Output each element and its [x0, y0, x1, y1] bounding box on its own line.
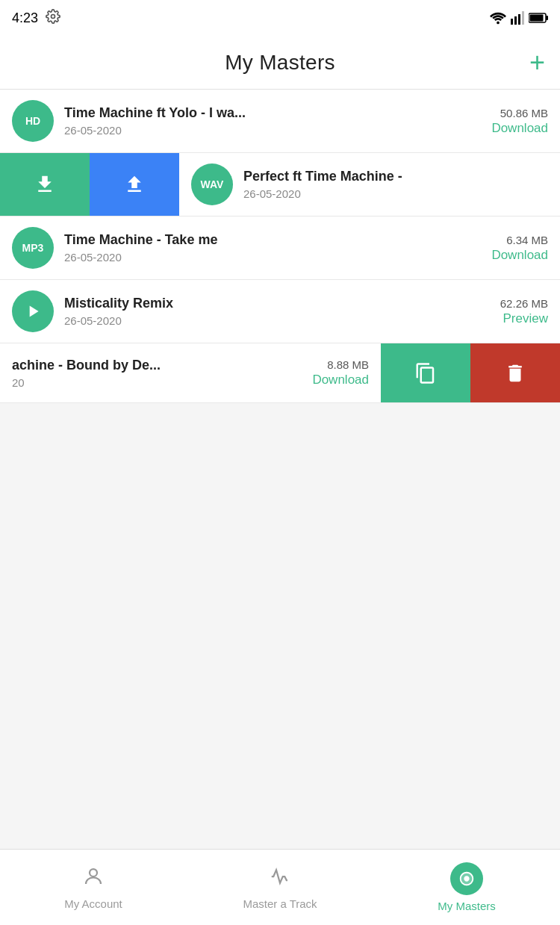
- track-info: Time Machine - Take me 26-05-2020: [64, 232, 484, 264]
- svg-point-9: [90, 869, 97, 876]
- nav-label-account: My Account: [64, 897, 122, 910]
- track-meta: 6.34 MB Download: [491, 234, 548, 263]
- copy-action-button[interactable]: [381, 343, 470, 402]
- track-content: achine - Bound by De... 20 8.88 MB Downl…: [0, 343, 381, 402]
- track-content: WAV Perfect ft Time Machine - 26-05-2020: [179, 153, 560, 216]
- track-date: 26-05-2020: [243, 187, 548, 200]
- track-size: 62.26 MB: [500, 297, 548, 310]
- waveform-icon: [269, 865, 291, 888]
- master-track-icon: [269, 865, 291, 893]
- track-date: 26-05-2020: [64, 124, 484, 137]
- download-swipe-icon: [34, 173, 56, 196]
- svg-point-0: [52, 14, 55, 18]
- svg-point-1: [497, 22, 500, 25]
- wifi-icon: [490, 11, 506, 25]
- track-date: 26-05-2020: [64, 251, 484, 264]
- nav-label-master: Master a Track: [243, 897, 317, 910]
- download-action-button[interactable]: [0, 153, 90, 216]
- delete-action-button[interactable]: [470, 343, 560, 402]
- upload-swipe-icon: [123, 173, 146, 196]
- track-size: 6.34 MB: [506, 234, 548, 246]
- track-date: 26-05-2020: [64, 314, 493, 327]
- track-item: HD Time Machine ft Yolo - I wa... 26-05-…: [0, 90, 560, 153]
- track-name: achine - Bound by De...: [12, 358, 305, 373]
- svg-rect-7: [546, 16, 548, 20]
- track-badge-play: [12, 290, 54, 332]
- track-meta: 8.88 MB Download: [312, 358, 369, 387]
- track-badge-mp3: MP3: [12, 227, 54, 269]
- track-item: Misticality Remix 26-05-2020 62.26 MB Pr…: [0, 280, 560, 343]
- track-info: Time Machine ft Yolo - I wa... 26-05-202…: [64, 105, 484, 137]
- track-item: MP3 Time Machine - Take me 26-05-2020 6.…: [0, 217, 560, 280]
- svg-rect-3: [514, 16, 517, 25]
- track-size: 8.88 MB: [327, 358, 369, 371]
- track-name: Time Machine - Take me: [64, 232, 484, 248]
- nav-label-masters: My Masters: [438, 900, 496, 912]
- track-size: 50.86 MB: [500, 107, 548, 119]
- track-info: Misticality Remix 26-05-2020: [64, 296, 493, 327]
- track-meta: 50.86 MB Download: [491, 107, 548, 136]
- track-name: Perfect ft Time Machine -: [243, 169, 548, 184]
- page-title: My Masters: [225, 51, 335, 75]
- disc-icon: [458, 871, 475, 887]
- upload-action-button[interactable]: [90, 153, 179, 216]
- track-name: Misticality Remix: [64, 296, 493, 311]
- copy-icon: [414, 362, 437, 384]
- track-badge-wav: WAV: [191, 163, 233, 205]
- person-icon: [82, 865, 105, 888]
- header: My Masters +: [0, 36, 560, 90]
- download-link[interactable]: Download: [312, 373, 369, 387]
- nav-item-master[interactable]: Master a Track: [187, 858, 373, 918]
- gear-icon: [46, 9, 60, 28]
- svg-rect-2: [511, 19, 513, 25]
- account-icon: [82, 865, 105, 893]
- preview-link[interactable]: Preview: [503, 311, 548, 326]
- signal-icon: [511, 11, 524, 25]
- trash-icon: [504, 362, 526, 384]
- track-badge-hd: HD: [12, 100, 54, 142]
- swipe-actions: [0, 153, 179, 216]
- download-link[interactable]: Download: [491, 121, 548, 136]
- status-icons: [490, 11, 548, 25]
- play-icon: [23, 302, 43, 321]
- track-list: HD Time Machine ft Yolo - I wa... 26-05-…: [0, 90, 560, 403]
- status-time: 4:23: [12, 10, 38, 26]
- track-info: achine - Bound by De... 20: [12, 358, 305, 389]
- bottom-nav: My Account Master a Track My Masters: [0, 849, 560, 925]
- battery-icon: [529, 13, 548, 23]
- nav-item-masters[interactable]: My Masters: [373, 855, 560, 920]
- add-button[interactable]: +: [529, 49, 545, 76]
- swipe-right-actions: [381, 343, 560, 402]
- download-link[interactable]: Download: [491, 248, 548, 263]
- status-bar: 4:23: [0, 0, 560, 36]
- nav-item-account[interactable]: My Account: [0, 858, 187, 918]
- masters-icon: [450, 862, 483, 895]
- content-wrapper: HD Time Machine ft Yolo - I wa... 26-05-…: [0, 90, 560, 479]
- track-item-swiped: WAV Perfect ft Time Machine - 26-05-2020: [0, 153, 560, 217]
- svg-rect-5: [522, 11, 524, 25]
- masters-circle-icon: [450, 862, 483, 895]
- track-meta: 62.26 MB Preview: [500, 297, 548, 326]
- track-info: Perfect ft Time Machine - 26-05-2020: [243, 169, 548, 200]
- svg-rect-4: [518, 14, 520, 25]
- track-item-swiped-right: achine - Bound by De... 20 8.88 MB Downl…: [0, 343, 560, 403]
- track-date: 20: [12, 376, 305, 389]
- svg-rect-8: [530, 15, 544, 22]
- track-name: Time Machine ft Yolo - I wa...: [64, 105, 484, 121]
